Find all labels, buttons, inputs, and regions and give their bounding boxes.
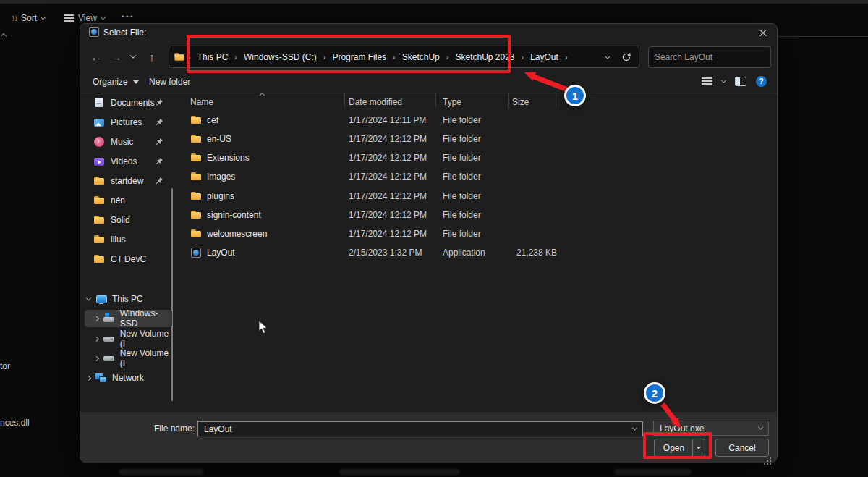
app-icon	[190, 247, 202, 258]
sidebar-item-videos[interactable]: Videos	[80, 153, 173, 170]
sidebar-item-documents[interactable]: Documents	[80, 94, 173, 111]
file-date: 1/17/2024 12:12 PM	[349, 191, 443, 201]
document-icon	[93, 97, 105, 109]
sidebar-item-network[interactable]: Network	[80, 369, 173, 387]
column-divider[interactable]	[344, 93, 345, 108]
chevron-right-icon[interactable]	[94, 337, 99, 342]
sidebar-item-windows-ssd[interactable]: Windows-SSD	[85, 310, 172, 327]
sidebar-item-label: illus	[111, 235, 126, 245]
sidebar-item-label: New Volume (I	[120, 329, 173, 349]
file-name: signin-content	[207, 210, 261, 220]
collapse-chevron-icon[interactable]	[1, 33, 7, 39]
network-icon	[95, 372, 107, 384]
screen: ↑↓ Sort View ••• tor nces.dll Select Fil…	[0, 0, 868, 477]
file-type: File folder	[443, 115, 512, 125]
cancel-button[interactable]: Cancel	[715, 439, 769, 457]
sidebar-item-label: Solid	[111, 215, 130, 225]
folder-icon	[93, 195, 105, 206]
file-type: File folder	[443, 153, 512, 163]
sidebar-item-label: Videos	[111, 156, 137, 166]
background-blurred-row	[119, 469, 203, 475]
sort-arrows-icon: ↑↓	[11, 13, 17, 23]
dialog-title: Select File:	[103, 28, 146, 38]
divider	[80, 93, 777, 93]
sidebar-item-label: This PC	[112, 294, 143, 304]
sidebar-item-solid[interactable]: Solid	[80, 211, 173, 229]
refresh-icon[interactable]	[621, 52, 631, 62]
file-name-combo[interactable]	[197, 421, 643, 436]
sidebar-item-music[interactable]: Music	[80, 133, 173, 151]
breadcrumb-item[interactable]: LayOut	[530, 52, 558, 62]
file-row[interactable]: LayOut2/15/2023 1:32 PMApplication21,238…	[183, 244, 574, 261]
up-button[interactable]: ↑	[145, 51, 159, 63]
file-row[interactable]: Extensions1/17/2024 12:12 PMFile folder	[183, 149, 574, 166]
column-header-name[interactable]: Name	[190, 97, 213, 107]
chevron-right-icon[interactable]	[94, 316, 99, 321]
annotation-box-breadcrumb	[187, 35, 511, 73]
sidebar-item-pictures[interactable]: Pictures	[80, 114, 173, 131]
file-type: File folder	[443, 191, 512, 201]
music-icon	[93, 136, 105, 148]
sidebar-item-ct-devc[interactable]: CT DevC	[80, 250, 173, 268]
organize-button[interactable]: Organize	[93, 77, 139, 87]
sort-ascending-icon	[260, 93, 265, 98]
column-header-type[interactable]: Type	[443, 97, 461, 107]
close-icon[interactable]	[757, 27, 770, 40]
column-divider[interactable]	[435, 93, 436, 108]
folder-icon	[190, 228, 202, 240]
pin-icon	[156, 177, 163, 187]
annotation-box-open-button	[643, 432, 712, 459]
sidebar-item-this-pc[interactable]: This PC	[80, 290, 173, 308]
breadcrumb-separator-icon: ›	[565, 53, 568, 62]
file-date: 1/17/2024 12:12 PM	[349, 210, 443, 220]
help-icon[interactable]: ?	[756, 76, 767, 87]
file-name-chevron-icon[interactable]	[632, 426, 637, 431]
details-view-icon[interactable]	[702, 77, 712, 86]
sidebar-item-label: CT DevC	[111, 254, 146, 264]
background-divider	[778, 36, 868, 37]
search-input[interactable]	[655, 52, 767, 62]
preview-pane-icon[interactable]	[735, 77, 746, 86]
view-button[interactable]: View	[64, 13, 105, 23]
step-1-badge: 1	[564, 85, 586, 106]
file-name-input[interactable]	[198, 424, 633, 434]
sidebar-item-n-n[interactable]: nén	[80, 192, 173, 209]
step-2-badge: 2	[644, 382, 665, 404]
column-header-date[interactable]: Date modified	[349, 97, 402, 107]
folder-icon	[190, 114, 202, 126]
forward-button[interactable]: →	[109, 51, 124, 63]
view-mode-chevron-icon[interactable]	[721, 78, 726, 83]
back-button[interactable]: ←	[89, 51, 103, 63]
file-name: plugins	[207, 191, 234, 201]
file-row[interactable]: Images1/17/2024 12:12 PMFile folder	[183, 168, 574, 185]
resize-grip[interactable]	[770, 457, 771, 459]
chevron-down-icon[interactable]	[86, 295, 91, 300]
sidebar-item-illus[interactable]: illus	[80, 231, 173, 248]
pin-icon	[156, 138, 163, 148]
background-blurred-row	[615, 469, 691, 475]
file-row[interactable]: plugins1/17/2024 12:12 PMFile folder	[183, 187, 574, 205]
file-row[interactable]: welcomescreen1/17/2024 12:12 PMFile fold…	[183, 225, 574, 242]
sidebar-item-startdew[interactable]: startdew	[80, 172, 173, 190]
recent-locations-chevron-icon[interactable]	[130, 52, 136, 58]
chevron-right-icon[interactable]	[94, 356, 99, 361]
file-type: File folder	[443, 134, 512, 144]
sidebar-item-new-volume-i[interactable]: New Volume (I	[80, 350, 173, 367]
more-options-button[interactable]: •••	[122, 13, 135, 20]
file-row[interactable]: cef1/17/2024 12:11 PMFile folder	[183, 111, 574, 129]
chevron-down-icon	[41, 14, 46, 20]
annotation-arrow-2	[652, 398, 692, 434]
background-text-fragment: tor	[0, 361, 10, 371]
sidebar-item-new-volume-i[interactable]: New Volume (I	[80, 330, 173, 347]
sort-button[interactable]: ↑↓ Sort	[11, 13, 45, 23]
address-dropdown-chevron-icon[interactable]	[605, 53, 610, 59]
pin-icon	[156, 98, 163, 109]
file-row[interactable]: en-US1/17/2024 12:12 PMFile folder	[183, 130, 574, 148]
folder-icon	[93, 234, 105, 245]
file-row[interactable]: signin-content1/17/2024 12:12 PMFile fol…	[183, 206, 574, 224]
folder-icon	[93, 253, 105, 265]
search-box[interactable]	[648, 46, 771, 68]
new-folder-button[interactable]: New folder	[149, 77, 190, 87]
chevron-right-icon[interactable]	[86, 375, 91, 380]
folder-icon	[190, 171, 202, 182]
